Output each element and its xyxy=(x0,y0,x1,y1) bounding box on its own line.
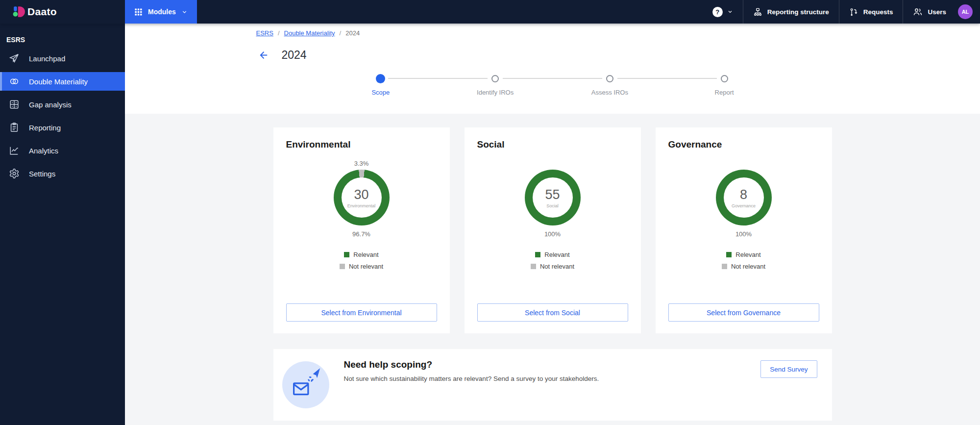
breadcrumb-separator: / xyxy=(278,29,280,37)
donut-ring: 55 Social xyxy=(525,170,581,225)
card-social: Social 55 Social 100% xyxy=(465,127,641,333)
step-connector xyxy=(503,78,552,79)
step-report[interactable]: Report xyxy=(667,74,782,96)
reporting-structure-button[interactable]: Reporting structure xyxy=(743,0,839,24)
page-header: ESRS / Double Materiality / 2024 2024 xyxy=(125,24,980,114)
survey-email-icon xyxy=(282,361,329,408)
card-title: Environmental xyxy=(286,139,437,150)
reporting-structure-label: Reporting structure xyxy=(767,8,829,16)
donut-center-label: Environmental xyxy=(347,203,376,208)
sidebar-item-settings[interactable]: Settings xyxy=(0,164,125,183)
step-identify-iros[interactable]: Identify IROs xyxy=(438,74,553,96)
step-connector xyxy=(323,78,373,79)
help-menu[interactable]: ? xyxy=(703,0,743,24)
requests-button[interactable]: Requests xyxy=(839,0,903,24)
sidebar-item-label: Analytics xyxy=(29,147,58,155)
step-dot xyxy=(606,75,613,82)
legend-label: Not relevant xyxy=(540,263,574,270)
chevron-down-icon xyxy=(181,9,188,15)
sidebar-item-label: Double Materiality xyxy=(29,77,88,86)
legend-swatch-not-relevant xyxy=(531,264,536,269)
donut-chart-environmental: 3.3% 30 Environmental 96.7% xyxy=(286,150,437,238)
donut-bottom-percent-label: 100% xyxy=(735,230,752,238)
modules-label: Modules xyxy=(148,8,176,16)
breadcrumb-link-esrs[interactable]: ESRS xyxy=(256,29,273,37)
chart-legend: Relevant Not relevant xyxy=(668,251,819,270)
category-cards: Environmental 3.3% 30 Environmental 96.7… xyxy=(256,127,849,333)
donut-count: 8 xyxy=(740,187,747,202)
daato-logo[interactable]: Daato xyxy=(0,0,125,24)
grid-apps-icon xyxy=(134,8,143,16)
chart-legend: Relevant Not relevant xyxy=(286,251,437,270)
legend-label: Relevant xyxy=(353,251,378,258)
main-content: ESRS / Double Materiality / 2024 2024 xyxy=(125,0,980,425)
card-environmental: Environmental 3.3% 30 Environmental 96.7… xyxy=(273,127,450,333)
select-from-social-button[interactable]: Select from Social xyxy=(477,303,628,322)
donut-bottom-percent-label: 100% xyxy=(544,230,561,238)
banner-title: Need help scoping? xyxy=(344,359,599,370)
legend-label: Relevant xyxy=(544,251,569,258)
card-title: Governance xyxy=(668,139,819,150)
step-dot xyxy=(721,75,728,82)
step-label: Report xyxy=(715,89,734,96)
sidebar-item-launchpad[interactable]: Launchpad xyxy=(0,49,125,68)
back-button[interactable] xyxy=(258,50,270,61)
sidebar-item-label: Settings xyxy=(29,170,55,178)
legend-swatch-relevant xyxy=(535,252,540,257)
donut-count: 55 xyxy=(545,187,560,202)
topbar-right-nav: ? Reporting structure Reque xyxy=(703,0,980,24)
donut-count: 30 xyxy=(354,187,368,202)
card-title: Social xyxy=(477,139,628,150)
donut-center: 30 Environmental xyxy=(342,177,382,218)
modules-button[interactable]: Modules xyxy=(125,0,197,24)
gear-icon xyxy=(9,168,20,179)
step-connector xyxy=(617,78,667,79)
users-icon xyxy=(913,7,923,17)
step-connector xyxy=(388,78,438,79)
user-avatar[interactable]: AL xyxy=(958,4,973,19)
legend-label: Not relevant xyxy=(731,263,765,270)
line-chart-icon xyxy=(9,145,20,156)
sidebar-item-label: Launchpad xyxy=(29,54,65,63)
breadcrumb: ESRS / Double Materiality / 2024 xyxy=(256,24,849,37)
step-connector xyxy=(438,78,488,79)
legend-swatch-not-relevant xyxy=(340,264,345,269)
help-icon: ? xyxy=(712,7,723,17)
legend-swatch-relevant xyxy=(726,252,732,257)
step-scope[interactable]: Scope xyxy=(323,74,438,96)
top-bar: Daato Modules ? Reporting xyxy=(0,0,980,24)
step-connector xyxy=(667,78,716,79)
breadcrumb-link-double-materiality[interactable]: Double Materiality xyxy=(284,29,335,37)
donut-top-percent-label: 3.3% xyxy=(354,160,369,169)
banner-text-block: Need help scoping? Not sure which sustai… xyxy=(344,349,599,382)
select-from-environmental-button[interactable]: Select from Environmental xyxy=(286,303,437,322)
step-connector xyxy=(732,78,782,79)
legend-item-not-relevant: Not relevant xyxy=(722,263,765,270)
donut-center-label: Social xyxy=(546,203,559,208)
donut-center: 8 Governance xyxy=(724,177,764,218)
logo-text: Daato xyxy=(27,6,57,18)
send-survey-button[interactable]: Send Survey xyxy=(760,360,817,378)
legend-swatch-relevant xyxy=(344,252,349,257)
chart-legend: Relevant Not relevant xyxy=(477,251,628,270)
legend-item-relevant: Relevant xyxy=(344,251,378,258)
breadcrumb-current: 2024 xyxy=(345,29,360,37)
donut-ring: 30 Environmental xyxy=(334,170,390,225)
sidebar-item-label: Gap analysis xyxy=(29,100,72,109)
sidebar-item-gap-analysis[interactable]: Gap analysis xyxy=(0,95,125,114)
step-label: Assess IROs xyxy=(591,89,628,96)
envelope-plane-icon xyxy=(287,366,325,404)
donut-center-label: Governance xyxy=(732,203,756,208)
chevron-down-icon xyxy=(727,9,733,15)
sidebar-item-double-materiality[interactable]: Double Materiality xyxy=(0,72,125,91)
select-from-governance-button[interactable]: Select from Governance xyxy=(668,303,819,322)
step-label: Identify IROs xyxy=(477,89,514,96)
legend-item-relevant: Relevant xyxy=(535,251,569,258)
donut-chart-governance: 8 Governance 100% xyxy=(668,150,819,238)
step-dot xyxy=(491,75,499,82)
users-button[interactable]: Users xyxy=(903,0,956,24)
step-assess-iros[interactable]: Assess IROs xyxy=(553,74,667,96)
sidebar-item-analytics[interactable]: Analytics xyxy=(0,141,125,160)
sidebar-item-reporting[interactable]: Reporting xyxy=(0,118,125,137)
help-scoping-banner: Need help scoping? Not sure which sustai… xyxy=(273,349,832,421)
